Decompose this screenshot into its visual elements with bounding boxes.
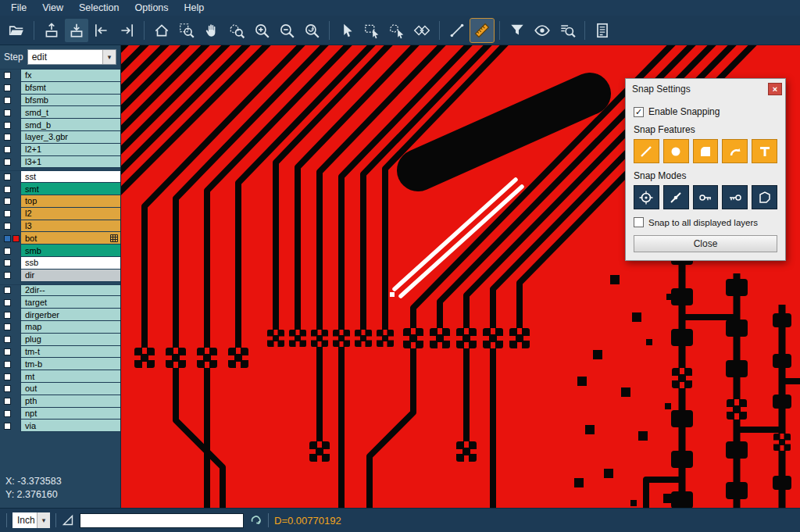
- layer-checkbox[interactable]: [0, 383, 20, 395]
- layer-checkbox[interactable]: [0, 420, 20, 432]
- layer-cell[interactable]: fx: [20, 70, 120, 82]
- export-up-button[interactable]: [40, 19, 63, 42]
- menu-item-selection[interactable]: Selection: [71, 1, 127, 15]
- layer-checkbox[interactable]: [0, 257, 20, 270]
- snap-mode-point-button[interactable]: [663, 185, 689, 209]
- step-dropdown[interactable]: edit: [27, 49, 116, 65]
- layer-checkbox[interactable]: [0, 131, 20, 144]
- layer-cell[interactable]: sst: [20, 171, 120, 183]
- layer-checkbox[interactable]: [0, 232, 20, 245]
- zoom-reset-button[interactable]: [300, 19, 323, 42]
- layer-row[interactable]: pth: [0, 395, 120, 408]
- layer-checkbox[interactable]: [0, 270, 20, 282]
- layer-checkbox[interactable]: [0, 296, 20, 309]
- layer-row[interactable]: l3: [0, 220, 120, 233]
- layer-row[interactable]: bfsmb: [0, 95, 120, 107]
- layer-row[interactable]: tm-b: [0, 358, 120, 370]
- grid-icon[interactable]: [110, 234, 118, 242]
- line-tool-button[interactable]: [445, 19, 469, 42]
- layer-row[interactable]: l3+1: [0, 156, 120, 169]
- menu-item-view[interactable]: View: [34, 1, 71, 15]
- layer-checkbox[interactable]: [0, 208, 20, 220]
- chevron-down-icon[interactable]: [37, 512, 50, 528]
- dialog-close-button[interactable]: Close: [634, 235, 777, 252]
- layer-cell[interactable]: dir: [20, 270, 120, 282]
- snap-mode-contour-button[interactable]: [752, 185, 777, 209]
- layer-row[interactable]: dirgerber: [0, 309, 120, 321]
- menu-item-options[interactable]: Options: [127, 1, 176, 15]
- layer-cell[interactable]: map: [20, 321, 120, 334]
- layer-row[interactable]: smd_b: [0, 119, 120, 131]
- layer-row[interactable]: mt: [0, 370, 120, 383]
- zoom-window-button[interactable]: [175, 19, 198, 42]
- snap-feature-line-button[interactable]: [634, 139, 659, 163]
- layer-checkbox[interactable]: [0, 245, 20, 257]
- layer-row[interactable]: layer_3.gbr: [0, 131, 120, 144]
- layer-row[interactable]: ssb: [0, 257, 120, 270]
- layer-cell[interactable]: mt: [20, 370, 120, 383]
- layer-cell[interactable]: via: [20, 420, 120, 432]
- layer-checkbox[interactable]: [0, 156, 20, 169]
- layer-cell[interactable]: bfsmt: [20, 82, 120, 95]
- snap-feature-arc-button[interactable]: [722, 139, 748, 163]
- layer-cell[interactable]: plug: [20, 334, 120, 346]
- layer-row[interactable]: top: [0, 195, 120, 208]
- layer-row[interactable]: dir: [0, 270, 120, 282]
- snap-mode-center-button[interactable]: [634, 185, 659, 209]
- filter-button[interactable]: [505, 19, 529, 42]
- zoom-out-button[interactable]: [275, 19, 298, 42]
- layer-checkbox[interactable]: [0, 95, 20, 107]
- snap-feature-text-button[interactable]: [752, 139, 777, 163]
- layer-checkbox[interactable]: [0, 144, 20, 156]
- layer-checkbox[interactable]: [0, 358, 20, 370]
- layer-cell[interactable]: tm-b: [20, 358, 120, 370]
- layer-row[interactable]: smt: [0, 183, 120, 195]
- layer-cell[interactable]: dirgerber: [20, 309, 120, 321]
- layer-row[interactable]: target: [0, 296, 120, 309]
- layer-checkbox[interactable]: [0, 346, 20, 359]
- layer-row[interactable]: bfsmt: [0, 82, 120, 95]
- layer-checkbox[interactable]: [0, 70, 20, 82]
- triangle-tool-icon[interactable]: [62, 514, 74, 527]
- layer-cell[interactable]: layer_3.gbr: [20, 131, 120, 144]
- layer-row[interactable]: sst: [0, 170, 120, 183]
- layer-row[interactable]: l2+1: [0, 144, 120, 156]
- home-view-button[interactable]: [150, 19, 173, 42]
- layer-checkbox[interactable]: [0, 309, 20, 321]
- layer-row[interactable]: map: [0, 321, 120, 334]
- import-left-button[interactable]: [90, 19, 113, 42]
- layer-cell[interactable]: l3: [20, 220, 120, 233]
- layer-cell[interactable]: tm-t: [20, 346, 120, 359]
- pointer-select-button[interactable]: [335, 19, 359, 42]
- layer-cell[interactable]: out: [20, 383, 120, 395]
- layer-checkbox[interactable]: [0, 106, 20, 119]
- layer-row[interactable]: smb: [0, 245, 120, 257]
- visibility-button[interactable]: [530, 19, 554, 42]
- multi-select-button[interactable]: [410, 19, 434, 42]
- layer-cell[interactable]: target: [20, 296, 120, 309]
- enable-snapping-checkbox[interactable]: Enable Snapping: [634, 106, 777, 117]
- dialog-titlebar[interactable]: Snap Settings ×: [626, 79, 785, 98]
- layer-row[interactable]: smd_t: [0, 106, 120, 119]
- find-button[interactable]: [555, 19, 579, 42]
- layer-cell[interactable]: top: [20, 195, 120, 208]
- layer-cell[interactable]: 2dir--: [20, 285, 120, 297]
- snap-mode-guide-a-button[interactable]: [693, 185, 719, 209]
- zoom-polygon-button[interactable]: [225, 19, 248, 42]
- layer-checkbox[interactable]: [0, 285, 20, 297]
- layer-row[interactable]: via: [0, 420, 120, 432]
- layer-checkbox[interactable]: [0, 321, 20, 334]
- layer-cell[interactable]: pth: [20, 395, 120, 408]
- layer-row[interactable]: npt: [0, 408, 120, 420]
- import-down-button[interactable]: [65, 19, 88, 42]
- layer-checkbox[interactable]: [0, 334, 20, 346]
- layer-row[interactable]: l2: [0, 208, 120, 220]
- ruler-tool-button[interactable]: [470, 19, 494, 42]
- layer-cell[interactable]: smb: [20, 245, 120, 257]
- layer-checkbox[interactable]: [0, 82, 20, 95]
- unit-dropdown[interactable]: Inch: [12, 512, 50, 528]
- command-input[interactable]: [80, 513, 244, 528]
- layer-cell[interactable]: smd_t: [20, 106, 120, 119]
- layer-row[interactable]: tm-t: [0, 346, 120, 359]
- layer-row[interactable]: plug: [0, 334, 120, 346]
